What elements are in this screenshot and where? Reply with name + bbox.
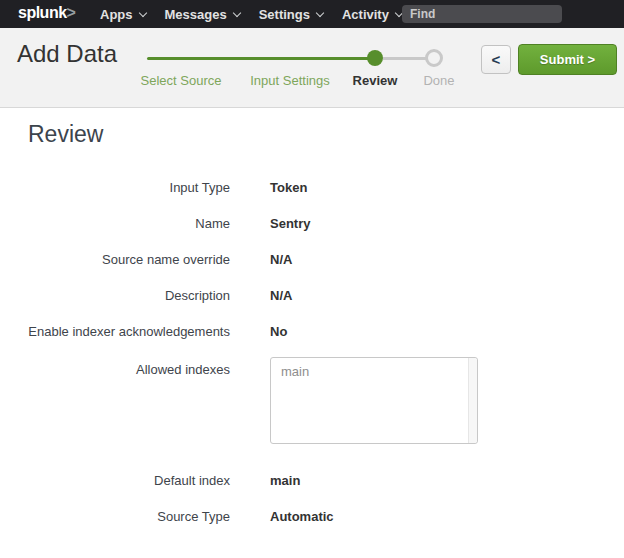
step-label-review: Review bbox=[353, 73, 398, 88]
field-label: Allowed indexes bbox=[0, 357, 230, 377]
step-label-done: Done bbox=[423, 73, 454, 88]
top-navigation-bar: splunk> Apps Messages Settings Activity bbox=[0, 0, 624, 28]
allowed-indexes-listbox[interactable]: main bbox=[270, 357, 478, 444]
current-step-dot bbox=[367, 50, 383, 66]
topbar-menu-label: Messages bbox=[165, 7, 227, 22]
field-row: NameSentry bbox=[0, 205, 624, 241]
field-label: Description bbox=[0, 288, 230, 303]
chevron-down-icon bbox=[138, 8, 146, 16]
topbar-menu-messages[interactable]: Messages bbox=[165, 7, 240, 22]
field-value: N/A bbox=[270, 252, 292, 267]
field-label: Source Type bbox=[0, 509, 230, 524]
listbox-item: main bbox=[271, 358, 477, 385]
splunk-logo[interactable]: splunk> bbox=[18, 4, 75, 22]
field-row: Input TypeToken bbox=[0, 169, 624, 205]
progress-line-complete bbox=[147, 57, 369, 60]
chevron-down-icon bbox=[232, 8, 240, 16]
progress-line-upcoming bbox=[383, 57, 427, 60]
field-label: Source name override bbox=[0, 252, 230, 267]
step-label-select-source: Select Source bbox=[141, 73, 222, 88]
page-title: Add Data bbox=[17, 40, 117, 68]
topbar-menu-apps[interactable]: Apps bbox=[100, 7, 146, 22]
topbar-menu-label: Apps bbox=[100, 7, 133, 22]
review-fields: Input TypeTokenNameSentrySource name ove… bbox=[0, 169, 624, 534]
step-label-input-settings: Input Settings bbox=[250, 73, 330, 88]
field-value: No bbox=[270, 324, 287, 339]
chevron-down-icon bbox=[316, 8, 324, 16]
splunk-logo-chevron-icon: > bbox=[67, 4, 76, 21]
field-label: Enable indexer acknowledgements bbox=[0, 324, 230, 339]
review-panel: Review Input TypeTokenNameSentrySource n… bbox=[0, 108, 624, 558]
submit-button[interactable]: Submit > bbox=[518, 44, 617, 75]
field-row: Allowed indexesmain bbox=[0, 357, 624, 444]
field-row: Enable indexer acknowledgementsNo bbox=[0, 313, 624, 349]
topbar-menu-activity[interactable]: Activity bbox=[342, 7, 402, 22]
field-value: Sentry bbox=[270, 216, 310, 231]
back-button[interactable]: < bbox=[481, 45, 511, 74]
field-row: Source name overrideN/A bbox=[0, 241, 624, 277]
field-value: N/A bbox=[270, 288, 292, 303]
scrollbar-track[interactable] bbox=[468, 358, 477, 443]
field-row: Source TypeAutomatic bbox=[0, 498, 624, 534]
review-heading: Review bbox=[28, 121, 103, 148]
field-row: Default indexmain bbox=[0, 462, 624, 498]
field-label: Input Type bbox=[0, 180, 230, 195]
field-value: main bbox=[270, 473, 300, 488]
add-data-page: splunk> Apps Messages Settings Activity … bbox=[0, 0, 624, 558]
field-value: Automatic bbox=[270, 509, 334, 524]
done-step-circle bbox=[425, 49, 443, 67]
field-value: Token bbox=[270, 180, 307, 195]
add-data-header: Add Data Select SourceInput SettingsRevi… bbox=[0, 28, 624, 108]
field-label: Default index bbox=[0, 473, 230, 488]
topbar-menu-settings[interactable]: Settings bbox=[259, 7, 323, 22]
find-search-input[interactable] bbox=[402, 5, 562, 23]
topbar-menu-label: Activity bbox=[342, 7, 389, 22]
topbar-menu-label: Settings bbox=[259, 7, 310, 22]
field-row: DescriptionN/A bbox=[0, 277, 624, 313]
splunk-logo-text: splunk bbox=[18, 4, 67, 21]
field-label: Name bbox=[0, 216, 230, 231]
topbar-nav: Apps Messages Settings Activity bbox=[100, 0, 402, 28]
